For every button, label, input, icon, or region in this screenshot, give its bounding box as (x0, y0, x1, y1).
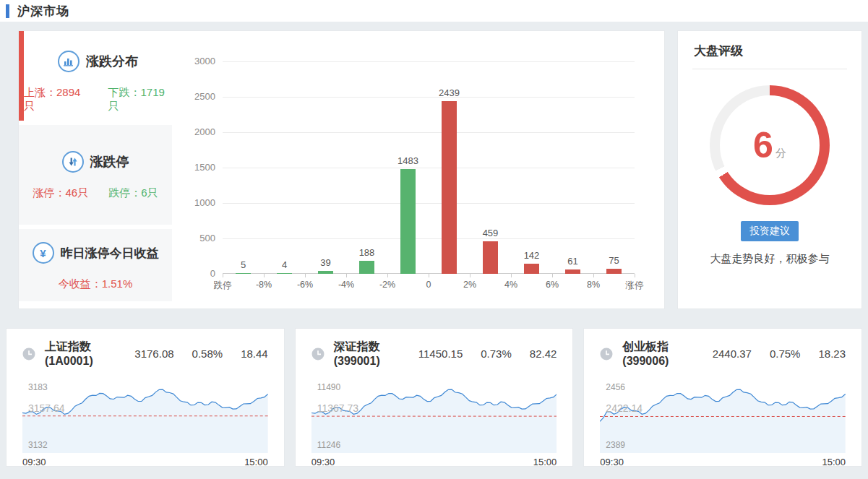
distribution-bar (236, 273, 251, 274)
rise-count: 上涨：2894只 (24, 86, 88, 113)
index-card-chinext[interactable]: 创业板指(399006) 2440.37 0.75% 18.23 2456 24… (583, 328, 862, 467)
bar-value-label: 5 (223, 259, 265, 270)
bar-value-label: 75 (593, 255, 635, 266)
gridline (223, 238, 635, 239)
index-change-percent: 0.58% (192, 348, 223, 360)
bar-value-label: 188 (346, 247, 388, 258)
index-name: 创业板指(399006) (622, 340, 694, 368)
chart-low-label: 2389 (606, 440, 625, 450)
bar-value-label: 1483 (387, 155, 429, 166)
chart-high-label: 2456 (606, 382, 625, 392)
x-axis-label: -2% (366, 280, 408, 290)
x-axis-label: 6% (531, 280, 573, 290)
bar-value-label: 39 (305, 257, 347, 268)
x-axis-label: 涨停 (614, 280, 656, 292)
bar-value-label: 2439 (429, 87, 470, 98)
market-rating-panel: 大盘评级 6 分 投资建议 大盘走势良好，积极参与 (677, 30, 862, 309)
bar-value-label: 459 (470, 228, 512, 238)
section-title: 涨跌分布 (86, 53, 138, 70)
index-name: 深证指数(399001) (334, 340, 400, 368)
intraday-line-chart: 11490 11367.73 11246 (311, 378, 557, 453)
stats-column: 涨跌分布 上涨：2894只 下跌：1719只 涨跌停 (19, 31, 172, 308)
top-row: 涨跌分布 上涨：2894只 下跌：1719只 涨跌停 (18, 30, 862, 309)
y-axis-label: 1000 (178, 197, 215, 208)
gridline (223, 168, 635, 168)
distribution-bar-chart: 050010001500200025003000跌停-8%-6%-4%-2%02… (172, 31, 664, 308)
x-axis-label: 跌停 (202, 280, 244, 292)
time-end: 15:00 (533, 457, 557, 467)
page-title: 沪深市场 (17, 3, 69, 20)
index-change-percent: 0.73% (481, 348, 512, 360)
rating-score: 6 (753, 127, 773, 163)
bar-value-label: 61 (552, 256, 594, 267)
market-overview-panel: 涨跌分布 上涨：2894只 下跌：1719只 涨跌停 (18, 30, 665, 309)
chart-high-label: 3183 (28, 382, 48, 392)
investment-advice-button[interactable]: 投资建议 (741, 221, 799, 241)
x-axis-tick (223, 274, 223, 277)
section-rise-fall-distribution[interactable]: 涨跌分布 上涨：2894只 下跌：1719只 (19, 31, 172, 121)
y-axis-label: 1500 (178, 162, 215, 173)
chart-low-label: 11246 (317, 440, 340, 450)
section-limit-up-down[interactable]: 涨跌停 涨停：46只 跌停：6只 (19, 125, 172, 225)
intraday-line-chart: 2456 2422.14 2389 (600, 378, 846, 453)
y-axis-label: 3000 (178, 56, 215, 66)
clock-icon (311, 348, 325, 361)
section-yesterday-limit-up-return[interactable]: ¥ 昨日涨停今日收益 今收益：1.51% (19, 229, 172, 301)
x-axis-tick (305, 274, 306, 277)
section-title: 昨日涨停今日收益 (61, 245, 159, 262)
gridline (223, 61, 635, 62)
index-change-amount: 82.42 (530, 348, 557, 360)
time-start: 09:30 (600, 457, 624, 467)
index-price: 2440.37 (713, 348, 752, 360)
chart-base-label: 3157.64 (28, 402, 65, 414)
y-axis-label: 2000 (178, 126, 215, 137)
distribution-bar (524, 264, 539, 274)
advice-text: 大盘走势良好，积极参与 (692, 252, 847, 266)
title-accent-bar (6, 4, 9, 18)
x-axis-tick (387, 274, 388, 277)
distribution-plot-area: 050010001500200025003000跌停-8%-6%-4%-2%02… (223, 61, 635, 274)
x-axis-tick (552, 274, 553, 277)
index-change-amount: 18.44 (241, 348, 268, 360)
yen-icon: ¥ (33, 242, 54, 264)
today-return: 今收益：1.51% (59, 277, 133, 291)
distribution-bar (277, 273, 292, 274)
x-axis-tick (470, 274, 470, 277)
index-change-percent: 0.75% (770, 348, 801, 360)
y-axis-label: 2500 (178, 91, 215, 102)
y-axis-label: 0 (178, 268, 215, 279)
x-axis-label: -8% (243, 280, 285, 290)
rating-title: 大盘评级 (692, 43, 847, 59)
limit-up-count: 涨停：46只 (33, 186, 88, 200)
intraday-line-chart: 3183 3157.64 3132 (22, 378, 268, 453)
bar-value-label: 142 (511, 250, 553, 261)
chart-low-label: 3132 (28, 440, 48, 450)
time-end: 15:00 (822, 457, 846, 467)
distribution-bar (318, 271, 333, 274)
index-change-amount: 18.23 (818, 348, 846, 360)
x-axis-label: -4% (325, 280, 367, 290)
index-card-shanghai[interactable]: 上证指数(1A0001) 3176.08 0.58% 18.44 3183 31… (6, 328, 285, 467)
divider (692, 69, 847, 69)
time-start: 09:30 (311, 457, 335, 467)
x-axis-tick (346, 274, 347, 277)
gridline (223, 203, 635, 204)
gridline (223, 132, 635, 133)
index-card-shenzhen[interactable]: 深证指数(399001) 11450.15 0.73% 82.42 11490 … (295, 328, 574, 467)
bar-chart-icon (58, 51, 80, 72)
x-axis-label: 2% (449, 280, 491, 290)
distribution-bar (359, 261, 374, 274)
bar-value-label: 4 (264, 259, 306, 270)
clock-icon (22, 348, 35, 361)
page-header: 沪深市场 (0, 0, 868, 22)
chart-base-label: 11367.73 (317, 402, 358, 414)
distribution-bar (483, 241, 498, 274)
index-price: 11450.15 (418, 348, 463, 360)
distribution-bar (606, 269, 622, 274)
rating-gauge: 6 分 (710, 85, 830, 205)
index-cards-row: 上证指数(1A0001) 3176.08 0.58% 18.44 3183 31… (6, 328, 862, 467)
y-axis-label: 500 (178, 233, 215, 243)
limit-down-count: 跌停：6只 (108, 186, 158, 200)
x-axis-label: -6% (284, 280, 326, 290)
x-axis-label: 8% (572, 280, 614, 290)
